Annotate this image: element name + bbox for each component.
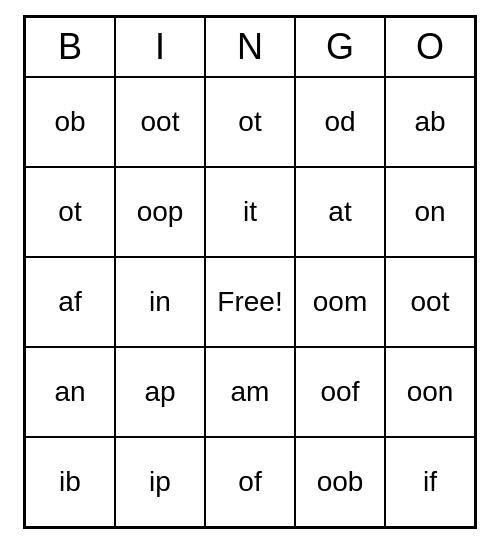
cell-4-2: ap <box>115 347 205 437</box>
header-row: B I N G O <box>25 17 475 77</box>
header-cell-g: G <box>295 17 385 77</box>
cell-5-4: oob <box>295 437 385 527</box>
cell-5-2: ip <box>115 437 205 527</box>
header-cell-o: O <box>385 17 475 77</box>
row-5: ib ip of oob if <box>25 437 475 527</box>
cell-1-1: ob <box>25 77 115 167</box>
cell-4-1: an <box>25 347 115 437</box>
row-4: an ap am oof oon <box>25 347 475 437</box>
cell-5-3: of <box>205 437 295 527</box>
cell-3-3: Free! <box>205 257 295 347</box>
bingo-board: B I N G O ob oot ot od ab ot oop it at o… <box>23 15 477 529</box>
cell-3-1: af <box>25 257 115 347</box>
cell-2-1: ot <box>25 167 115 257</box>
header-cell-b: B <box>25 17 115 77</box>
cell-4-3: am <box>205 347 295 437</box>
cell-2-4: at <box>295 167 385 257</box>
cell-3-2: in <box>115 257 205 347</box>
cell-1-5: ab <box>385 77 475 167</box>
cell-3-4: oom <box>295 257 385 347</box>
header-cell-i: I <box>115 17 205 77</box>
cell-1-3: ot <box>205 77 295 167</box>
cell-2-3: it <box>205 167 295 257</box>
cell-2-5: on <box>385 167 475 257</box>
cell-1-2: oot <box>115 77 205 167</box>
cell-5-1: ib <box>25 437 115 527</box>
cell-3-5: oot <box>385 257 475 347</box>
cell-4-4: oof <box>295 347 385 437</box>
cell-5-5: if <box>385 437 475 527</box>
row-2: ot oop it at on <box>25 167 475 257</box>
cell-1-4: od <box>295 77 385 167</box>
row-3: af in Free! oom oot <box>25 257 475 347</box>
row-1: ob oot ot od ab <box>25 77 475 167</box>
cell-2-2: oop <box>115 167 205 257</box>
cell-4-5: oon <box>385 347 475 437</box>
header-cell-n: N <box>205 17 295 77</box>
